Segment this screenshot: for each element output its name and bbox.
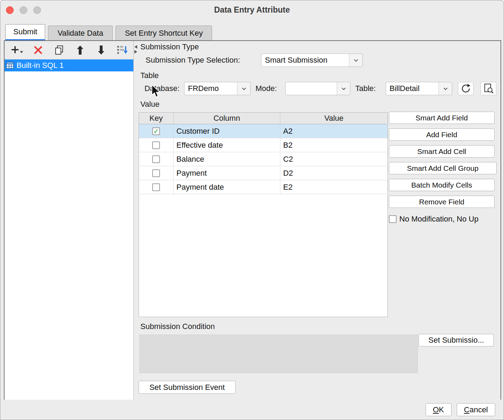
submission-type-select-value: Smart Submission bbox=[261, 54, 349, 66]
no-modification-checkbox[interactable] bbox=[389, 215, 397, 223]
preview-document-icon bbox=[483, 83, 494, 94]
column-cell[interactable]: Effective date bbox=[174, 138, 280, 152]
refresh-icon bbox=[461, 83, 471, 94]
delete-x-icon bbox=[34, 46, 43, 55]
database-select[interactable]: FRDemo bbox=[184, 82, 251, 95]
left-toolbar bbox=[5, 41, 133, 59]
list-item-label: Built-in SQL 1 bbox=[16, 61, 64, 70]
value-group-label: Value bbox=[140, 100, 160, 109]
table-group-label: Table bbox=[140, 71, 159, 80]
no-modification-option[interactable]: No Modification, No Up bbox=[389, 215, 497, 224]
table-row[interactable]: Payment dateE2 bbox=[139, 180, 387, 194]
add-field-button[interactable]: Add Field bbox=[389, 128, 495, 141]
table-label: Table: bbox=[355, 82, 376, 95]
arrow-up-icon bbox=[76, 45, 84, 55]
sql-table-icon bbox=[6, 61, 15, 70]
tab-set-entry-shortcut-key[interactable]: Set Entry Shortcut Key bbox=[115, 26, 212, 40]
copy-button[interactable] bbox=[51, 43, 67, 57]
database-select-value: FRDemo bbox=[184, 82, 237, 95]
column-cell[interactable]: Payment date bbox=[174, 180, 280, 194]
list-item-built-in-sql[interactable]: Built-in SQL 1 bbox=[5, 59, 133, 71]
value-cell[interactable]: E2 bbox=[280, 180, 387, 194]
window-title: Data Entry Attribute bbox=[0, 5, 504, 15]
ok-button-label: OK bbox=[433, 405, 444, 414]
key-checkbox[interactable] bbox=[152, 155, 160, 163]
key-checkbox[interactable] bbox=[152, 169, 160, 177]
dialog-footer: OK Cancel bbox=[0, 400, 504, 420]
title-bar: Data Entry Attribute bbox=[0, 0, 504, 20]
delete-button[interactable] bbox=[30, 43, 46, 57]
chevron-down-icon[interactable] bbox=[349, 54, 362, 66]
key-checkbox[interactable] bbox=[152, 127, 160, 135]
value-table-body: Customer IDA2Effective dateB2BalanceC2Pa… bbox=[139, 124, 387, 194]
chevron-down-icon[interactable] bbox=[439, 82, 452, 95]
plus-icon bbox=[11, 45, 23, 55]
submission-condition-group-label: Submission Condition bbox=[140, 322, 215, 331]
table-row[interactable]: PaymentD2 bbox=[139, 166, 387, 180]
submission-type-select[interactable]: Smart Submission bbox=[261, 54, 363, 67]
copy-icon bbox=[54, 45, 64, 55]
move-up-button[interactable] bbox=[72, 43, 88, 57]
value-table-header: Key Column Value bbox=[139, 113, 387, 124]
table-select-value: BillDetail bbox=[386, 82, 439, 95]
smart-add-field-button[interactable]: Smart Add Field bbox=[389, 112, 495, 124]
chevron-down-icon[interactable] bbox=[237, 82, 250, 95]
tab-validate-data[interactable]: Validate Data bbox=[48, 26, 112, 40]
table-row[interactable]: Customer IDA2 bbox=[139, 124, 387, 138]
sort-order-icon bbox=[116, 45, 128, 55]
set-submission-event-button[interactable]: Set Submission Event bbox=[139, 381, 236, 394]
content-panel: Built-in SQL 1 Submission Type Submissio… bbox=[4, 40, 501, 400]
collapse-left-icon bbox=[134, 45, 137, 49]
header-key: Key bbox=[139, 113, 174, 124]
submission-type-group-label: Submission Type bbox=[140, 42, 199, 51]
set-submission-condition-button[interactable]: Set Submissio... bbox=[419, 334, 494, 346]
refresh-button[interactable] bbox=[458, 82, 474, 95]
sort-button[interactable] bbox=[114, 43, 130, 57]
no-modification-label: No Modification, No Up bbox=[399, 215, 478, 224]
value-table: Key Column Value Customer IDA2Effective … bbox=[139, 112, 388, 317]
value-cell[interactable]: B2 bbox=[280, 138, 387, 152]
collapse-right-icon bbox=[134, 50, 137, 54]
tab-bar: Submit Validate Data Set Entry Shortcut … bbox=[5, 24, 212, 40]
mode-select-value bbox=[286, 82, 337, 95]
table-select[interactable]: BillDetail bbox=[386, 82, 452, 95]
sql-list[interactable]: Built-in SQL 1 bbox=[5, 59, 133, 400]
value-cell[interactable]: D2 bbox=[280, 166, 387, 180]
cancel-button-label: Cancel bbox=[464, 405, 488, 414]
header-column: Column bbox=[174, 113, 280, 124]
right-panel: Submission Type Submission Type Selectio… bbox=[138, 41, 500, 399]
value-cell[interactable]: C2 bbox=[280, 152, 387, 166]
chevron-down-icon[interactable] bbox=[337, 82, 350, 95]
smart-add-cell-button[interactable]: Smart Add Cell bbox=[389, 145, 495, 158]
column-cell[interactable]: Balance bbox=[174, 152, 280, 166]
batch-modify-cells-button[interactable]: Batch Modify Cells bbox=[389, 179, 495, 191]
value-cell[interactable]: A2 bbox=[280, 124, 387, 138]
key-checkbox[interactable] bbox=[152, 141, 160, 149]
left-panel: Built-in SQL 1 bbox=[5, 41, 133, 400]
database-label: Database: bbox=[138, 82, 180, 95]
submission-condition-area[interactable] bbox=[139, 335, 418, 373]
header-value: Value bbox=[280, 113, 387, 124]
cancel-button[interactable]: Cancel bbox=[457, 403, 495, 416]
mode-label: Mode: bbox=[255, 82, 277, 95]
tab-submit[interactable]: Submit bbox=[5, 24, 45, 40]
add-button[interactable] bbox=[9, 43, 25, 57]
preview-button[interactable] bbox=[481, 82, 496, 95]
ok-button[interactable]: OK bbox=[426, 403, 451, 416]
column-cell[interactable]: Customer ID bbox=[174, 124, 280, 138]
submission-type-selection-label: Submission Type Selection: bbox=[146, 54, 240, 67]
splitter-collapse-icons[interactable] bbox=[134, 45, 137, 54]
table-row[interactable]: BalanceC2 bbox=[139, 152, 387, 166]
move-down-button[interactable] bbox=[93, 43, 109, 57]
column-cell[interactable]: Payment bbox=[174, 166, 280, 180]
data-entry-attribute-dialog: Data Entry Attribute Submit Validate Dat… bbox=[0, 0, 504, 420]
key-checkbox[interactable] bbox=[152, 183, 160, 191]
mode-select[interactable] bbox=[285, 82, 350, 95]
arrow-down-icon bbox=[97, 45, 105, 55]
table-row[interactable]: Effective dateB2 bbox=[139, 138, 387, 152]
remove-field-button[interactable]: Remove Field bbox=[389, 196, 495, 208]
field-actions: Smart Add FieldAdd FieldSmart Add CellSm… bbox=[389, 112, 495, 208]
smart-add-cell-group-button[interactable]: Smart Add Cell Group bbox=[389, 162, 497, 174]
